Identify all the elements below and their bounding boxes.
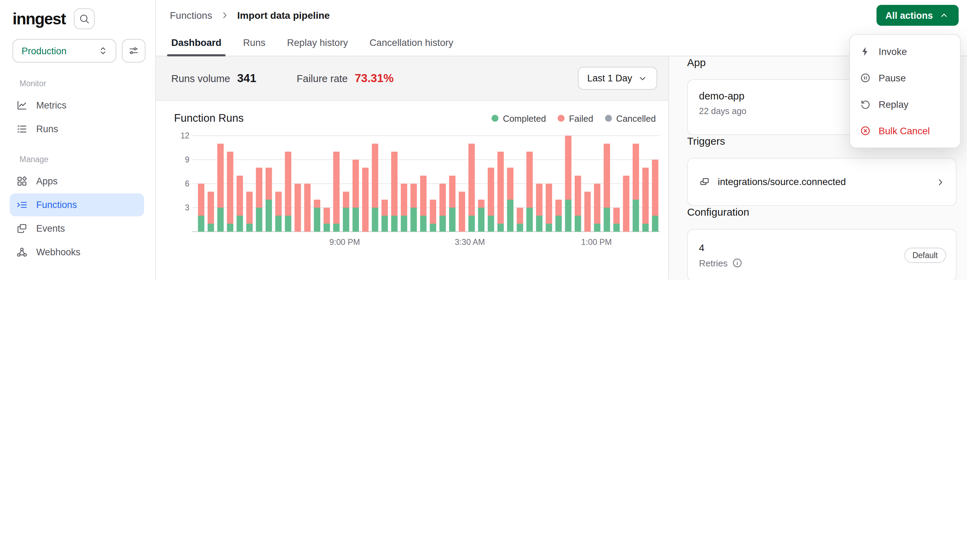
sidebar-item-label: Runs	[36, 124, 58, 134]
pause-icon	[860, 72, 871, 84]
replay-icon	[860, 99, 871, 110]
runs-icon	[16, 123, 28, 135]
sidebar: inngest Production MonitorMetricsRunsMan…	[0, 0, 156, 280]
failure-rate-value: 73.31%	[355, 72, 394, 85]
all-actions-label: All actions	[885, 10, 933, 21]
configuration-heading: Configuration	[687, 206, 957, 218]
chevron-right-icon	[219, 10, 230, 21]
svg-text:6: 6	[185, 179, 189, 188]
chevron-up-icon	[939, 10, 950, 21]
tab-replay-history[interactable]: Replay history	[286, 38, 350, 56]
retries-badge: Default	[904, 248, 946, 263]
chevron-down-icon	[637, 73, 648, 84]
menu-item-invoke[interactable]: Invoke	[850, 38, 960, 65]
breadcrumb-functions[interactable]: Functions	[170, 10, 212, 21]
legend-dot	[558, 115, 564, 122]
sidebar-item-label: Functions	[36, 200, 77, 210]
search-button[interactable]	[74, 8, 95, 29]
retries-value: 4	[699, 242, 743, 253]
svg-text:3: 3	[185, 203, 189, 212]
sidebar-item-apps[interactable]: Apps	[10, 170, 144, 193]
svg-text:12: 12	[180, 131, 189, 140]
tab-dashboard[interactable]: Dashboard	[170, 38, 223, 56]
inngest-dashboard: inngest Production MonitorMetricsRunsMan…	[0, 0, 967, 280]
svg-text:9: 9	[185, 155, 189, 164]
menu-item-label: Replay	[879, 99, 909, 110]
breadcrumb: Functions Import data pipeline	[170, 10, 330, 21]
info-icon[interactable]	[732, 257, 743, 268]
svg-text:3:30 AM: 3:30 AM	[455, 237, 485, 247]
retries-card: 4 Retries Default	[687, 229, 957, 280]
chevrons-updown-icon	[97, 45, 109, 56]
svg-text:1:00 PM: 1:00 PM	[581, 237, 612, 247]
retries-label: Retries	[699, 257, 743, 268]
failure-rate-label: Failure rate	[297, 73, 348, 84]
menu-item-label: Pause	[879, 73, 906, 83]
event-icon	[699, 176, 710, 188]
tabs: DashboardRunsReplay historyCancellation …	[156, 31, 967, 56]
environment-settings-button[interactable]	[122, 39, 145, 63]
time-range-label: Last 1 Day	[587, 73, 632, 84]
time-range-select[interactable]: Last 1 Day	[578, 67, 657, 90]
sidebar-item-events[interactable]: Events	[10, 217, 144, 240]
function-runs-title: Function Runs	[174, 112, 244, 125]
menu-item-replay[interactable]: Replay	[850, 91, 960, 118]
nav-section-label: Manage	[0, 141, 155, 169]
events-icon	[16, 222, 28, 234]
charts-column: Runs volume 341 Failure rate 73.31% Last…	[156, 56, 668, 280]
sidebar-item-label: Events	[36, 223, 65, 234]
trigger-row[interactable]: integrations/source.connected	[687, 158, 957, 206]
tab-cancellation-history[interactable]: Cancellation history	[368, 38, 455, 56]
sidebar-item-metrics[interactable]: Metrics	[10, 94, 144, 117]
page-header: Functions Import data pipeline All actio…	[156, 0, 967, 31]
legend-dot	[492, 115, 499, 122]
legend-dot	[605, 115, 612, 122]
function-runs-chart: 369129:00 PM3:30 AM1:00 PM	[173, 129, 664, 250]
environment-select[interactable]: Production	[13, 39, 116, 63]
all-actions-menu: InvokePauseReplayBulk Cancel	[849, 34, 961, 148]
all-actions-button[interactable]: All actions	[876, 5, 959, 26]
chevron-right-icon[interactable]	[935, 176, 946, 188]
legend-item-cancelled: Cancelled	[605, 113, 656, 124]
webhooks-icon	[16, 246, 28, 258]
search-icon	[79, 13, 90, 24]
sidebar-nav: MonitorMetricsRunsManageAppsFunctionsEve…	[0, 65, 155, 264]
function-runs-section: Function Runs CompletedFailedCancelled 3…	[156, 101, 668, 280]
cancel-icon	[860, 125, 871, 136]
apps-icon	[16, 175, 28, 187]
sidebar-item-runs[interactable]: Runs	[10, 118, 144, 140]
runs-volume-label: Runs volume	[171, 73, 230, 84]
bolt-icon	[860, 46, 871, 57]
breadcrumb-current: Import data pipeline	[237, 10, 330, 21]
environment-label: Production	[21, 46, 66, 56]
tab-runs[interactable]: Runs	[242, 38, 267, 56]
metrics-icon	[16, 99, 28, 111]
inngest-logo: inngest	[13, 9, 66, 28]
function-runs-legend: CompletedFailedCancelled	[492, 113, 656, 124]
sidebar-item-webhooks[interactable]: Webhooks	[10, 241, 144, 264]
menu-item-bulk-cancel[interactable]: Bulk Cancel	[850, 118, 960, 144]
runs-volume-value: 341	[237, 72, 256, 85]
stats-band: Runs volume 341 Failure rate 73.31% Last…	[156, 56, 668, 101]
svg-text:9:00 PM: 9:00 PM	[329, 237, 360, 247]
filter-icon	[128, 45, 139, 56]
nav-section-label: Monitor	[0, 65, 155, 93]
functions-icon	[16, 199, 28, 211]
sidebar-item-functions[interactable]: Functions	[10, 193, 144, 216]
legend-item-completed: Completed	[492, 113, 546, 124]
menu-item-pause[interactable]: Pause	[850, 65, 960, 91]
trigger-event-name: integrations/source.connected	[718, 177, 846, 187]
sidebar-item-label: Metrics	[36, 100, 66, 110]
sidebar-item-label: Webhooks	[36, 247, 81, 257]
menu-item-label: Bulk Cancel	[879, 125, 930, 136]
sidebar-item-label: Apps	[36, 176, 58, 186]
legend-item-failed: Failed	[558, 113, 593, 124]
menu-item-label: Invoke	[879, 46, 907, 57]
